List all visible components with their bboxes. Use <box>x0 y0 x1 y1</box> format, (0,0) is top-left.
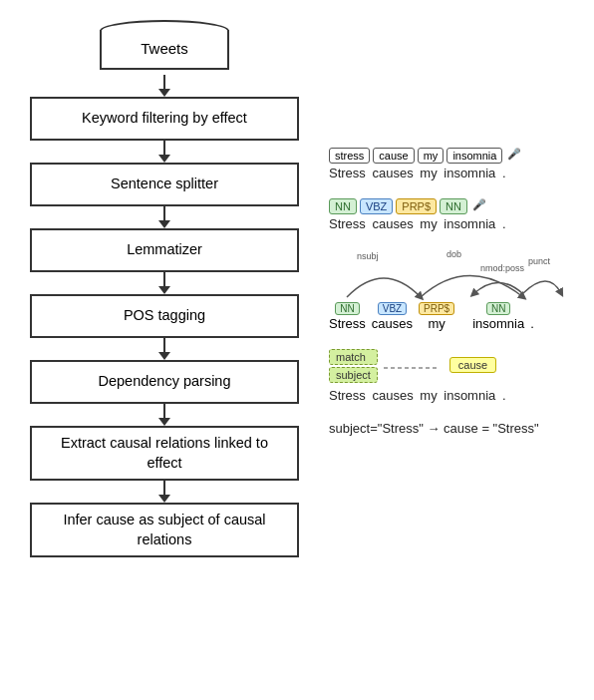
sentence-box: Sentence splitter <box>30 163 299 206</box>
extract-box: Extract causal relations linked to effec… <box>30 426 299 481</box>
dep-word-row: NN Stress VBZ causes PRP$ my NN insomnia… <box>329 302 584 331</box>
svg-text:nsubj: nsubj <box>357 251 379 261</box>
causal-sentence: Stress causes my insomnia . <box>329 388 584 403</box>
lemmatizer-box: Lemmatizer <box>30 228 299 272</box>
infer-formula: subject="Stress" → cause = "Stress" <box>329 421 584 436</box>
lemmatizer-illustration: stress cause my insomnia 🎤 Stress causes… <box>329 148 584 180</box>
pos-tag-nn1: NN <box>329 198 357 214</box>
lemma-sentence: Stress causes my insomnia . <box>329 166 584 180</box>
arrow-0 <box>154 75 174 97</box>
arrow-2 <box>154 206 174 228</box>
pos-tag-vbz: VBZ <box>360 198 393 214</box>
tweets-label: Tweets <box>141 40 188 57</box>
illustrations-panel: stress cause my insomnia 🎤 Stress causes… <box>319 10 584 690</box>
dep-word-my: PRP$ my <box>419 302 454 331</box>
dashed-connector-svg <box>384 353 444 383</box>
lemma-token-insomnia: insomnia <box>446 148 502 164</box>
pos-tag-row: NN VBZ PRP$ NN 🎤 <box>329 198 584 214</box>
causal-illustration: match subject cause Stress causes my ins… <box>329 349 584 403</box>
pos-tag-prps: PRP$ <box>396 198 437 214</box>
tweets-node: Tweets <box>100 20 229 75</box>
svg-text:nmod:poss: nmod:poss <box>480 263 525 273</box>
arrow-4 <box>154 338 174 360</box>
match-tag: match <box>329 349 378 365</box>
dep-word-stress: NN Stress <box>329 302 366 331</box>
dep-word-causes: VBZ causes <box>372 302 413 331</box>
arrow-head <box>158 89 170 97</box>
mic-icon-lemma: 🎤 <box>507 148 521 164</box>
arrow-5 <box>154 404 174 426</box>
mic-icon-pos: 🎤 <box>472 198 486 214</box>
dep-word-insomnia: NN insomnia <box>472 302 524 331</box>
lemma-token-my: my <box>418 148 445 164</box>
match-subject-group: match subject <box>329 349 378 383</box>
arrow-6 <box>154 481 174 503</box>
pos-sentence: Stress causes my insomnia . <box>329 216 584 231</box>
keyword-box: Keyword filtering by effect <box>30 97 299 141</box>
svg-text:dob: dob <box>446 249 461 259</box>
lemma-token-stress: stress <box>329 148 370 164</box>
causal-tags-area: match subject cause <box>329 349 584 383</box>
pos-tag-nn2: NN <box>440 198 467 214</box>
flowchart: Tweets Keyword filtering by effect Sente… <box>10 10 319 690</box>
infer-box: Infer cause as subject of causal relatio… <box>30 503 299 557</box>
pos-box: POS tagging <box>30 294 299 338</box>
lemma-token-cause: cause <box>373 148 414 164</box>
infer-illustration: subject="Stress" → cause = "Stress" <box>329 417 584 436</box>
pos-illustration: NN VBZ PRP$ NN 🎤 Stress causes my insomn… <box>329 198 584 231</box>
arrow-line <box>163 75 165 89</box>
arrow-3 <box>154 272 174 294</box>
dep-illustration: nsubj dob nmod:poss punct <box>329 249 584 331</box>
subject-tag: subject <box>329 367 378 383</box>
dependency-box: Dependency parsing <box>30 360 299 404</box>
arrow-1 <box>154 141 174 163</box>
dep-arcs-svg: nsubj dob nmod:poss punct <box>329 249 568 304</box>
dep-arcs-area: nsubj dob nmod:poss punct <box>329 249 584 304</box>
main-container: Tweets Keyword filtering by effect Sente… <box>0 0 594 700</box>
svg-text:punct: punct <box>528 256 551 266</box>
dep-punct: . <box>530 316 534 331</box>
lemma-token-row: stress cause my insomnia 🎤 <box>329 148 584 164</box>
cause-tag: cause <box>449 357 496 373</box>
